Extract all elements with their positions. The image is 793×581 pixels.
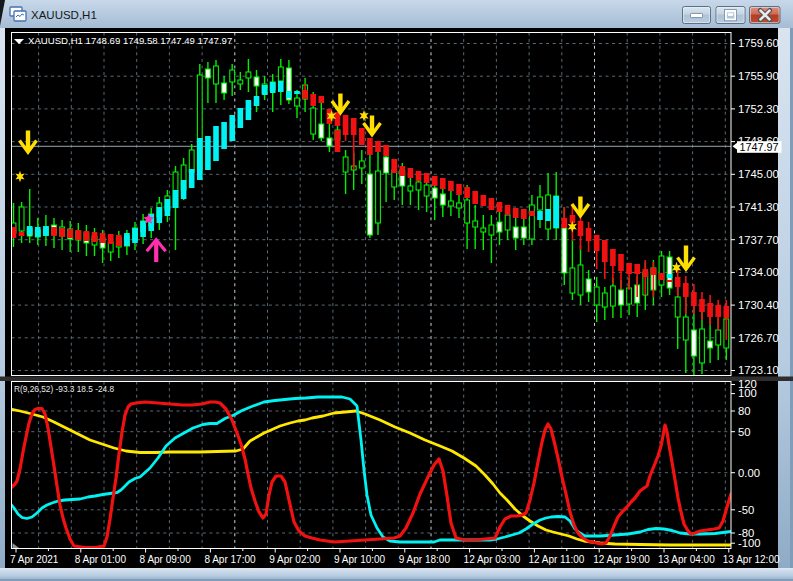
svg-text:50: 50 (738, 426, 751, 438)
svg-text:1745.00: 1745.00 (738, 168, 779, 180)
svg-text:7 Apr 2021: 7 Apr 2021 (10, 554, 59, 565)
svg-text:8 Apr 01:00: 8 Apr 01:00 (75, 554, 127, 565)
svg-text:1759.60: 1759.60 (738, 37, 779, 49)
svg-text:1741.30: 1741.30 (738, 201, 779, 213)
svg-text:8 Apr 17:00: 8 Apr 17:00 (204, 554, 256, 565)
svg-text:1752.30: 1752.30 (738, 103, 779, 115)
svg-text:1726.70: 1726.70 (738, 332, 779, 344)
svg-text:1734.00: 1734.00 (738, 266, 779, 278)
svg-text:1730.40: 1730.40 (738, 299, 779, 311)
svg-text:R(9,26,52) -93.3 18.5 -24.8: R(9,26,52) -93.3 18.5 -24.8 (14, 384, 114, 394)
svg-text:9 Apr 02:00: 9 Apr 02:00 (269, 554, 321, 565)
svg-text:1723.10: 1723.10 (738, 364, 779, 376)
svg-text:80: 80 (738, 405, 751, 417)
svg-text:XAUUSD,H1 1748.69 1749.58 174: XAUUSD,H1 1748.69 1749.58 1747.49 1747.9… (28, 35, 232, 46)
svg-text:0.00: 0.00 (738, 467, 760, 479)
svg-text:12 Apr 19:00: 12 Apr 19:00 (593, 554, 650, 565)
svg-text:-50: -50 (738, 504, 754, 516)
svg-text:13 Apr 04:00: 13 Apr 04:00 (658, 554, 715, 565)
svg-text:12 Apr 11:00: 12 Apr 11:00 (528, 554, 584, 565)
svg-text:9 Apr 10:00: 9 Apr 10:00 (334, 554, 386, 565)
svg-text:9 Apr 18:00: 9 Apr 18:00 (399, 554, 451, 565)
svg-text:8 Apr 09:00: 8 Apr 09:00 (140, 554, 192, 565)
svg-text:12 Apr 03:00: 12 Apr 03:00 (464, 554, 521, 565)
svg-text:1747.97: 1747.97 (740, 141, 779, 153)
svg-text:-100: -100 (738, 537, 761, 549)
svg-text:1755.90: 1755.90 (738, 70, 779, 82)
svg-text:1737.70: 1737.70 (738, 234, 779, 246)
svg-text:13 Apr 12:00: 13 Apr 12:00 (723, 554, 780, 565)
svg-text:XAUUSD,H1: XAUUSD,H1 (31, 9, 97, 21)
svg-text:100: 100 (738, 387, 757, 399)
